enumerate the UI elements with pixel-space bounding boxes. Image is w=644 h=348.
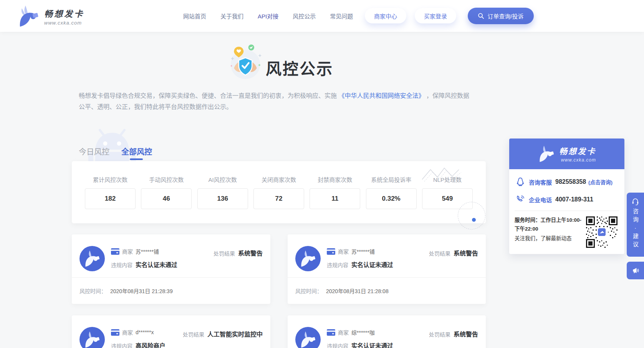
phone-number: 4007-189-311 (555, 196, 593, 203)
penalty-value: 系统警告 (238, 250, 263, 257)
stat-value: 136 (217, 195, 228, 203)
page-description: 畅想发卡倡导绿色合规交易，保障买卖绿色、便捷、合法一直是我们的初衷，为积极响应、… (79, 90, 470, 112)
stat-value: 11 (331, 195, 338, 203)
stat-value-box: 0.32% (366, 188, 417, 209)
service-hours-label: 服务时间： (515, 217, 541, 223)
stat-complaint-rate: 系统全局投诉率 0.32% (366, 175, 417, 209)
stat-label: AI风控次数 (197, 175, 248, 183)
stat-banned-merchants: 封禁商家次数 11 (310, 175, 360, 209)
id-card-icon (111, 248, 119, 255)
penalty-value: 人工智能实时监控中 (207, 331, 263, 338)
nav-item-api[interactable]: API对接 (258, 12, 278, 20)
violation-label: 违规内容 (327, 343, 348, 348)
stat-value: 46 (163, 195, 170, 203)
dashed-circle-decoration (458, 202, 485, 229)
id-card-icon (327, 248, 335, 255)
risk-time-footer: 风控时间： 2020年08月31日 21:28:39 (72, 277, 270, 304)
search-icon (478, 13, 484, 19)
merchant-avatar (79, 327, 105, 348)
hummingbird-avatar-icon (299, 250, 318, 267)
site-logo[interactable]: 畅想发卡 www.cxka.com (17, 5, 84, 28)
stat-label: NLP处理数 (422, 175, 473, 183)
violation-label: 违规内容 (111, 262, 132, 268)
hummingbird-avatar-icon (83, 250, 102, 267)
stat-value-box: 136 (197, 188, 248, 209)
phone-row[interactable]: 企业电话 4007-189-311 (509, 195, 624, 205)
penalty-label: 处罚结果 (429, 332, 450, 338)
nav-item-home[interactable]: 网站首页 (183, 12, 206, 20)
service-label: 咨询客服 (529, 178, 552, 186)
service-qq-number: 982558358 (555, 178, 586, 185)
nav-item-faq[interactable]: 常见问题 (330, 12, 353, 20)
qq-service-row[interactable]: 咨询客服 982558358 (点击咨询) (509, 177, 624, 187)
consult-suggest-label: 咨询·建议 (632, 208, 638, 249)
stat-value-box: 11 (310, 188, 360, 209)
brand-domain: www.cxka.com (44, 20, 84, 26)
stat-value-box: 72 (253, 188, 304, 209)
megaphone-icon (632, 267, 639, 274)
contact-widget-header: 畅想发卡 www.cxka.com (509, 139, 624, 169)
penalty-label: 处罚结果 (214, 251, 235, 257)
click-to-consult-link[interactable]: (点击咨询) (588, 178, 613, 186)
risk-time-footer: 风控时间： 2020年08月31日 21:28:08 (288, 277, 486, 304)
id-card-icon (111, 329, 119, 336)
hummingbird-logo-icon (17, 5, 41, 28)
nav-item-about[interactable]: 关于我们 (220, 12, 243, 20)
risk-time-value: 2020年08月31日 21:28:08 (326, 287, 389, 295)
tab-all-risk[interactable]: 全部风控 (121, 146, 152, 157)
stat-value-box: 182 (85, 188, 136, 209)
stat-label: 手动风控次数 (141, 175, 192, 183)
violation-value: 实名认证未通过 (351, 262, 393, 268)
consult-suggest-button[interactable]: 咨询·建议 (627, 193, 644, 257)
stat-ai-risk: AI风控次数 136 (197, 175, 248, 209)
risk-record-card: 商家 苏******铺 违规内容实名认证未通过 处罚结果系统警告 风控时间： 2… (72, 234, 270, 304)
nav-item-risk[interactable]: 风控公示 (293, 12, 316, 20)
phone-icon (515, 195, 525, 205)
service-hours-text: 服务时间：工作日上午10:00-下午22:00 关注我们，了解最新动态 (515, 216, 586, 248)
qr-code (586, 216, 618, 248)
widget-brand-name: 畅想发卡 (559, 145, 596, 157)
page-title: 风控公示 (266, 56, 333, 79)
merchant-center-button[interactable]: 商家中心 (365, 8, 406, 23)
risk-record-card: 商家 综******咖 违规内容实名认证未通过 处罚结果系统警告 风控时间： (288, 315, 486, 348)
stat-value-box: 46 (141, 188, 192, 209)
stat-value: 182 (105, 195, 116, 203)
stat-label: 系统全局投诉率 (366, 175, 417, 183)
qq-icon (515, 177, 525, 187)
merchant-name: 苏******铺 (351, 247, 375, 255)
active-tab-underline (130, 158, 143, 160)
top-navbar: 畅想发卡 www.cxka.com 网站首页 关于我们 API对接 风控公示 常… (0, 0, 644, 32)
phone-label: 企业电话 (529, 196, 552, 204)
hummingbird-avatar-icon (299, 331, 318, 348)
merchant-avatar (295, 246, 321, 271)
risk-time-label: 风控时间： (79, 287, 106, 295)
description-text: 畅想发卡倡导绿色合规交易，保障买卖绿色、便捷、合法一直是我们的初衷，为积极响应、… (79, 92, 338, 99)
blue-dot-decoration (472, 218, 476, 222)
risk-tabs: 今日风控 全部风控 (79, 146, 152, 157)
merchant-name: 综******咖 (351, 328, 375, 336)
penalty-value: 系统警告 (454, 331, 478, 338)
risk-time-label: 风控时间： (295, 287, 322, 295)
brand-name: 畅想发卡 (44, 7, 84, 19)
cybersecurity-law-link[interactable]: 《中华人民共和国网络安全法》 (338, 92, 424, 99)
announcement-button[interactable] (627, 262, 644, 279)
tab-today-risk[interactable]: 今日风控 (79, 146, 109, 157)
buyer-login-button[interactable]: 买家登录 (415, 8, 456, 23)
merchant-name: d******x (136, 329, 154, 335)
violation-value: 实名认证未通过 (351, 343, 393, 348)
merchant-label: 商家 (338, 247, 349, 255)
buyer-login-label: 买家登录 (424, 12, 447, 20)
order-query-button[interactable]: 订单查询/投诉 (468, 8, 534, 24)
merchant-avatar (295, 327, 321, 348)
violation-label: 违规内容 (327, 262, 348, 268)
merchant-center-label: 商家中心 (374, 12, 397, 20)
risk-shield-badge-icon (228, 45, 263, 81)
order-query-label: 订单查询/投诉 (487, 12, 523, 20)
hummingbird-avatar-icon (83, 331, 102, 348)
headset-icon (631, 198, 639, 206)
stat-value: 549 (442, 195, 453, 203)
stat-closed-merchants: 关闭商家次数 72 (253, 175, 304, 209)
contact-widget: 畅想发卡 www.cxka.com 咨询客服 982558358 (点击咨询) … (509, 139, 624, 254)
merchant-label: 商家 (122, 247, 133, 255)
penalty-label: 处罚结果 (429, 251, 450, 257)
